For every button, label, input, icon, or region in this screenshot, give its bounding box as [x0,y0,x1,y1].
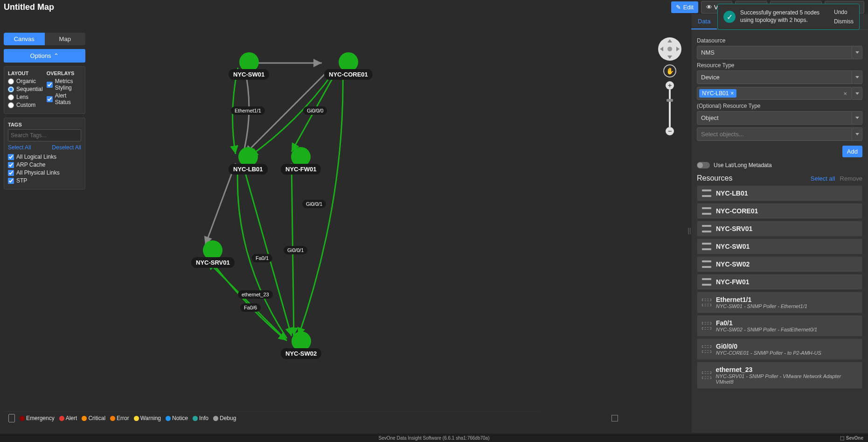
device-icon [702,243,711,250]
tags-search-input[interactable] [8,129,81,141]
resource-type-label: Resource Type [697,62,862,69]
tab-data[interactable]: Data [691,14,717,29]
latlong-label: Use Lat/Long Metadata [714,162,772,168]
remove-tag-icon[interactable]: × [730,90,734,97]
datasource-select[interactable]: NMS [697,46,852,59]
zoom-out-button[interactable]: − [666,127,674,135]
edge-label: ethernet_23 [238,290,273,299]
tag-chip[interactable]: NYC-LB01× [699,89,736,98]
edge-label: Fa0/6 [240,303,261,312]
resources-remove: Remove [840,175,862,182]
resource-type-select[interactable]: Device [697,70,852,84]
resource-name: NYC-FW01 [716,278,750,286]
chevron-up-icon: ⌃ [54,52,59,59]
toast-message: Successfully generated 5 nodes using top… [740,9,829,24]
legend-item: Alert [59,415,77,421]
check-logical-links[interactable] [8,154,14,160]
resources-select-all[interactable]: Select all [811,175,835,182]
toast-undo[interactable]: Undo [834,9,854,15]
latlong-toggle[interactable] [697,162,710,168]
object-icon [702,299,711,306]
legend-item: Critical [82,415,105,421]
radio-lens[interactable] [8,94,14,100]
datasource-label: Datasource [697,37,862,44]
check-metrics[interactable] [47,82,53,88]
pan-left-icon[interactable] [660,47,663,51]
node-sw01[interactable]: NYC-SW01 [229,52,269,80]
toast-dismiss[interactable]: Dismiss [834,18,854,25]
resource-name: NYC-CORE01 [716,207,758,215]
expand-icon[interactable] [611,415,618,421]
radio-sequential[interactable] [8,86,14,92]
node-fw01[interactable]: NYC-FW01 [281,147,321,175]
tab-canvas[interactable]: Canvas [4,33,45,45]
device-tags-input[interactable]: NYC-LB01× × [697,87,852,100]
resource-name: NYC-LB01 [716,189,748,197]
tags-deselect-all[interactable]: Deselect All [52,144,81,151]
resource-item[interactable]: NYC-FW01 [697,274,862,290]
resource-item[interactable]: NYC-SW02 [697,256,862,272]
resource-item[interactable]: NYC-CORE01 [697,203,862,219]
resize-handle[interactable]: || [687,224,691,238]
chevron-down-icon[interactable] [852,127,862,141]
zoom-handle[interactable] [667,99,673,102]
layout-header: LAYOUT [8,70,43,76]
node-lb01[interactable]: NYC-LB01 [229,147,268,175]
hand-tool-icon[interactable]: ✋ [663,64,676,77]
resource-item[interactable]: ethernet_23NYC-SRV01 - SNMP Poller - VMw… [697,362,862,389]
pan-right-icon[interactable] [676,47,680,51]
node-sw02[interactable]: NYC-SW02 [281,331,321,359]
objects-select[interactable]: Select objects... [697,127,852,141]
page-title: Untitled Map [4,2,54,12]
footer-text: SevOne Data Insight Software (6.6.1 sha1… [379,435,490,441]
edge-label: Fa0/1 [252,254,272,262]
resource-item[interactable]: Gi0/0/0NYC-CORE01 - SNMP Poller - to P2-… [697,338,862,360]
pan-up-icon[interactable] [667,39,672,42]
chevron-down-icon[interactable] [852,70,862,84]
tags-header: TAGS [8,122,81,127]
add-button[interactable]: Add [842,146,862,157]
node-srv01[interactable]: NYC-SRV01 [191,240,235,268]
tab-map[interactable]: Map [45,33,86,45]
zoom-slider[interactable] [669,90,671,127]
edge-label: Gi0/0/1 [284,246,307,254]
check-stp[interactable] [8,178,14,184]
chevron-down-icon[interactable] [852,111,862,125]
resource-item[interactable]: Ethernet1/1NYC-SW01 - SNMP Poller - Ethe… [697,292,862,313]
check-arp-cache[interactable] [8,162,14,168]
resource-item[interactable]: Fa0/1NYC-SW02 - SNMP Poller - FastEthern… [697,315,862,337]
check-alert[interactable] [47,96,53,102]
check-icon: ✓ [723,11,736,23]
pan-center-icon[interactable] [667,47,672,51]
legend-item: Error [110,415,129,421]
resource-name: Fa0/1 [716,319,817,327]
resource-item[interactable]: NYC-LB01 [697,185,862,201]
bookmark-icon[interactable] [8,414,15,422]
chevron-down-icon[interactable] [852,46,862,59]
resource-name: NYC-SRV01 [716,225,752,232]
chevron-down-icon[interactable] [852,87,862,100]
radio-custom[interactable] [8,102,14,108]
zoom-in-button[interactable]: + [666,81,674,90]
resource-subtitle: NYC-SW01 - SNMP Poller - Ethernet1/1 [716,303,807,309]
resource-item[interactable]: NYC-SW01 [697,239,862,254]
edit-button[interactable]: ✎Edit [671,1,698,13]
legend-item: Emergency [20,415,55,421]
check-physical-links[interactable] [8,170,14,176]
device-icon [702,225,711,232]
radio-organic[interactable] [8,78,14,84]
resource-name: Ethernet1/1 [716,296,807,303]
opt-resource-type-select[interactable]: Object [697,111,852,125]
pan-control[interactable] [658,37,681,61]
device-icon [702,189,711,197]
resource-item[interactable]: NYC-SRV01 [697,221,862,237]
clear-all-icon[interactable]: × [840,90,850,97]
tags-select-all[interactable]: Select All [8,144,31,151]
device-icon [702,207,711,215]
node-core01[interactable]: NYC-CORE01 [324,52,373,80]
pan-down-icon[interactable] [667,56,672,59]
overlays-header: OVERLAYS [47,70,81,76]
edge-label: Gi0/0/1 [302,200,326,208]
options-button[interactable]: Options⌃ [4,49,85,63]
object-icon [702,345,711,353]
